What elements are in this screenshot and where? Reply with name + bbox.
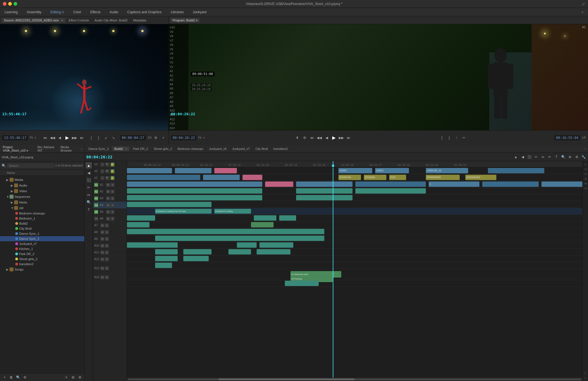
a10-clip-3[interactable] (228, 249, 251, 255)
a4-src[interactable]: A4 (94, 203, 98, 207)
a6-src[interactable]: A6 (94, 217, 98, 221)
program-mark-in[interactable]: { (439, 135, 445, 141)
tool-razor[interactable]: ✂ (86, 184, 92, 191)
v2-zoom-in[interactable]: ZOOM+IN (338, 175, 361, 180)
v1-clip-6[interactable] (482, 181, 539, 187)
v1-clip-7[interactable] (541, 181, 582, 187)
a5-m[interactable]: M (106, 210, 110, 214)
expand-icon[interactable]: ⤢ (582, 2, 585, 6)
tl-add-tab[interactable]: + (585, 147, 586, 150)
program-export[interactable]: ⬆ (294, 135, 300, 141)
program-timecode-display[interactable]: 00:04:26:22 (171, 135, 197, 140)
source-step-back[interactable]: ◀◀ (50, 135, 55, 141)
tree-item-dance-sync-2[interactable]: Dance Sync_2 (0, 236, 84, 241)
a1-clip-2[interactable] (296, 188, 353, 194)
tracks-area[interactable]: A005C A005C A006C06_22 ZOOM+IN ZOOM00 ZO… (127, 167, 582, 378)
tool-zoom[interactable]: 🔍 (86, 199, 92, 205)
a7-s[interactable]: S (105, 223, 109, 227)
a2-clip-2[interactable] (296, 195, 353, 201)
a10-clip-4[interactable] (257, 249, 290, 255)
maximize-button[interactable] (14, 2, 17, 6)
project-search2[interactable]: 🔍 (15, 375, 21, 380)
menu-item-junkyard[interactable]: Junkyard (191, 10, 208, 15)
source-tab-metadata[interactable]: Metadata (131, 18, 148, 23)
a8-clip-1[interactable] (155, 236, 324, 241)
close-button[interactable] (3, 2, 6, 6)
source-step-fwd[interactable]: ▶▶ (72, 135, 77, 141)
a5-s[interactable]: S (111, 210, 114, 214)
program-extract[interactable]: ✂ (461, 135, 467, 141)
a13-s[interactable]: S (105, 266, 109, 270)
menu-item-color[interactable]: Color (71, 10, 83, 15)
v1-clip-2[interactable] (265, 181, 293, 187)
tree-item-park-dr2[interactable]: Park DR_2 (0, 251, 84, 256)
tl-tool-select[interactable]: ▲ (513, 154, 519, 160)
a14-m[interactable]: M (100, 275, 104, 279)
source-play-back[interactable]: ◀ (57, 135, 63, 141)
tree-item-songs[interactable]: ▶ Songs (0, 267, 84, 272)
program-play-back[interactable]: ◀ (324, 135, 329, 141)
tl-tab-bedroom[interactable]: Bedroom closeups (175, 147, 206, 151)
project-tab-main[interactable]: Project: VIVA_Short_v10 ≡ (2, 145, 34, 153)
tl-tab-close[interactable]: ✕ (125, 147, 127, 150)
a14-clip-1[interactable] (285, 281, 319, 286)
tree-item-old[interactable]: ▼ old (0, 205, 84, 211)
v2-toggle[interactable]: ≡ (100, 169, 104, 173)
a3-clip-1[interactable] (127, 202, 212, 207)
a11-s[interactable]: S (105, 251, 109, 254)
tl-tab-junkyard-v6[interactable]: Junkyard_v6 (207, 147, 229, 151)
tree-item-dance-sync-1[interactable]: Dance Sync_1 (0, 231, 84, 236)
menu-item-learning[interactable]: Learning (3, 10, 19, 15)
v2-clip-2[interactable] (203, 175, 240, 180)
v2-lock[interactable]: 🔒 (111, 169, 114, 173)
project-delete[interactable]: 🗑 (8, 375, 14, 380)
v3-eye[interactable]: 👁 (105, 163, 109, 167)
v2-zoom2[interactable]: ZOO (389, 175, 406, 180)
timeline-timecode[interactable]: 00:04:26:22 (86, 155, 113, 159)
source-go-to-out[interactable]: ⏭ (79, 135, 85, 141)
a1-src[interactable]: A1 (94, 183, 98, 187)
tree-item-bedroom-closeups[interactable]: Bedroom closeups (0, 211, 84, 216)
tree-item-video[interactable]: ▶ Video (0, 188, 84, 194)
project-tab-browser[interactable]: Media Browser (60, 145, 79, 153)
v1-clip-5[interactable]: 1 (429, 181, 479, 187)
v1-clip-1[interactable] (127, 181, 262, 187)
project-view-list[interactable]: ≡ (63, 375, 69, 380)
v3-clip-2[interactable] (175, 168, 212, 174)
project-tab-bin[interactable]: Bin: Adriana INT (36, 145, 57, 153)
program-play-button[interactable]: ▶ (331, 135, 337, 141)
tl-tool-razor[interactable]: ✂ (533, 154, 539, 160)
tree-item-nests[interactable]: ▶ Nests (0, 200, 84, 205)
a11-m[interactable]: M (100, 251, 104, 254)
a2-src[interactable]: A2 (94, 190, 98, 194)
project-search-input[interactable] (7, 163, 54, 168)
project-panel-expand[interactable]: » (81, 147, 83, 150)
timeline-scrollbar[interactable] (128, 378, 581, 380)
tl-tool-track-select[interactable]: ◀ (520, 154, 525, 160)
a7-clip-2[interactable] (254, 229, 324, 234)
a6-m[interactable]: M (106, 217, 110, 221)
program-step-back[interactable]: ◀◀ (316, 135, 322, 141)
program-step-fwd[interactable]: ▶▶ (338, 135, 344, 141)
scrollbar-thumb[interactable] (219, 378, 354, 380)
tool-track-select[interactable]: ◀ (86, 170, 92, 176)
source-mark-out[interactable]: } (96, 135, 102, 141)
tree-item-transition2[interactable]: transition2 (0, 262, 84, 267)
menu-item-assembly[interactable]: Assembly (25, 10, 43, 15)
project-new-bin[interactable]: + (2, 375, 7, 380)
tl-tab-build2[interactable]: Build2 ✕ (112, 147, 130, 151)
a3-s[interactable]: S (111, 196, 114, 200)
v3-clip-zoom2[interactable]: A005C (375, 168, 409, 174)
a2-clip-1[interactable] (127, 195, 262, 201)
a5-clip-2[interactable] (254, 215, 276, 221)
tree-item-sequences[interactable]: ▼ Sequences (0, 194, 84, 200)
program-go-to-in[interactable]: ⏮ (309, 135, 315, 141)
v3-toggle[interactable]: ≡ (100, 163, 104, 167)
v3-clip-3[interactable] (214, 168, 237, 174)
a5-clip-1[interactable] (127, 215, 155, 221)
tree-item-bedroom1[interactable]: Bedroom_1 (0, 216, 84, 221)
tool-text[interactable]: T (86, 206, 92, 212)
source-fit-dropdown[interactable]: ▾ (35, 136, 36, 139)
tree-item-media[interactable]: ▶ Media (0, 177, 84, 183)
a6-s[interactable]: S (111, 217, 114, 221)
